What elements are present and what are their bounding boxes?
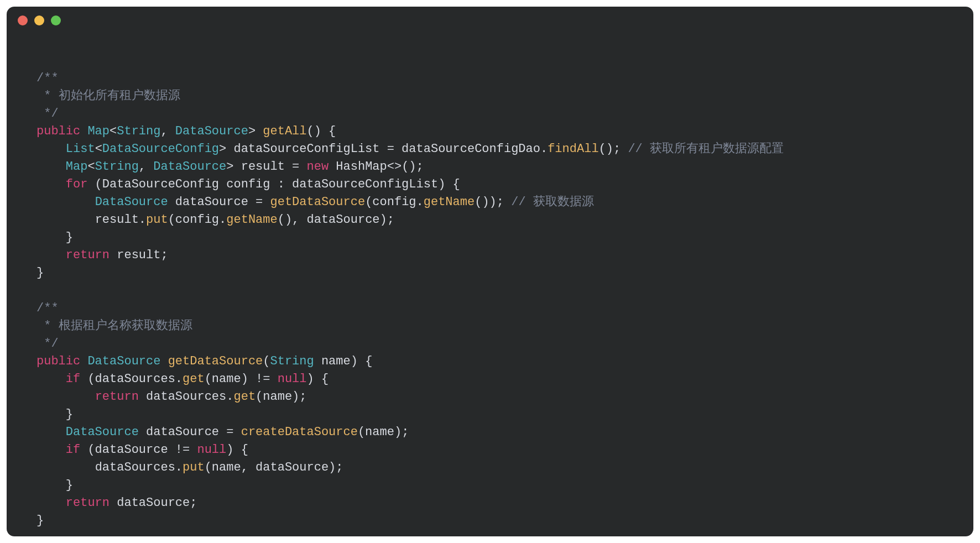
javadoc-line: */ (37, 337, 59, 351)
code-text: (name, dataSource); (205, 461, 343, 474)
punct: < (110, 124, 117, 138)
type-string: String (95, 160, 139, 174)
call-get: get (183, 372, 205, 386)
keyword-return: return (66, 248, 110, 262)
code-text: (); (599, 142, 628, 156)
type-dsc: DataSourceConfig (102, 142, 219, 156)
call-put: put (183, 461, 205, 474)
type-datasource: DataSource (175, 124, 248, 138)
code-text: dataSources. (139, 390, 234, 404)
call-getname: getName (424, 195, 475, 209)
code-text: (), dataSource); (278, 213, 394, 227)
method-name: getDataSource (168, 354, 263, 368)
code-text: ) { (226, 443, 248, 457)
javadoc-line: /** (37, 71, 59, 85)
punct: > (248, 124, 256, 138)
code-text: () { (307, 124, 336, 138)
call-createdatasource: createDataSource (241, 425, 358, 439)
method-name: getAll (263, 124, 306, 138)
keyword-public: public (37, 354, 80, 368)
brace-close: } (66, 408, 73, 421)
code-text: (config. (365, 195, 424, 209)
call-getdatasource: getDataSource (270, 195, 366, 209)
code-text: dataSourceConfigList = dataSourceConfigD… (226, 142, 548, 156)
keyword-if: if (66, 372, 80, 386)
code-text: (name); (358, 425, 409, 439)
inline-comment: // 获取所有租户数据源配置 (628, 142, 784, 156)
type-list: List (66, 142, 95, 156)
brace-close: } (66, 478, 73, 492)
code-text: HashMap<>(); (329, 160, 424, 174)
type-string: String (117, 124, 160, 138)
code-text: (DataSourceConfig config : dataSourceCon… (87, 177, 460, 191)
punct: < (95, 142, 102, 156)
keyword-return: return (66, 496, 110, 510)
code-text: ()); (475, 195, 511, 209)
type-map: Map (87, 124, 110, 138)
keyword-for: for (66, 177, 88, 191)
maximize-icon[interactable] (51, 15, 61, 25)
punct: < (87, 160, 95, 174)
call-getname: getName (226, 213, 277, 227)
call-findall: findAll (548, 142, 598, 156)
inline-comment: // 获取数据源 (511, 195, 594, 209)
code-text: result; (110, 248, 168, 262)
keyword-null: null (197, 443, 226, 457)
javadoc-line: * 初始化所有租户数据源 (37, 89, 180, 103)
keyword-null: null (278, 372, 307, 386)
code-text: dataSource = (139, 425, 241, 439)
code-editor[interactable]: /** * 初始化所有租户数据源 */ public Map<String, D… (7, 30, 973, 536)
punct: , (160, 124, 175, 138)
code-text: (name); (256, 390, 306, 404)
brace-close: } (37, 514, 44, 528)
close-icon[interactable] (18, 15, 28, 25)
type-datasource: DataSource (87, 354, 160, 368)
code-text: dataSource; (110, 496, 197, 510)
type-datasource: DataSource (95, 195, 168, 209)
keyword-return: return (95, 390, 139, 404)
punct: ( (263, 354, 270, 368)
punct: > (226, 160, 233, 174)
brace-close: } (66, 231, 73, 244)
punct: > (219, 142, 226, 156)
type-datasource: DataSource (66, 425, 139, 439)
minimize-icon[interactable] (34, 15, 44, 25)
javadoc-line: * 根据租户名称获取数据源 (37, 319, 192, 333)
code-text: dataSources. (95, 461, 183, 474)
code-text: ) { (307, 372, 329, 386)
punct: , (139, 160, 153, 174)
code-text: (name) != (205, 372, 278, 386)
brace-close: } (37, 266, 44, 280)
code-window: /** * 初始化所有租户数据源 */ public Map<String, D… (7, 7, 973, 536)
code-text: dataSource = (168, 195, 270, 209)
call-get: get (233, 390, 256, 404)
javadoc-line: */ (37, 107, 59, 121)
type-string: String (270, 354, 314, 368)
keyword-public: public (37, 124, 80, 138)
keyword-if: if (66, 443, 80, 457)
javadoc-line: /** (37, 301, 59, 315)
code-text: (dataSources. (80, 372, 183, 386)
code-text: (config. (168, 213, 227, 227)
code-text: result. (95, 213, 146, 227)
code-text: result = (233, 160, 306, 174)
keyword-new: new (307, 160, 329, 174)
type-datasource: DataSource (153, 160, 226, 174)
call-put: put (146, 213, 168, 227)
code-text: (dataSource != (80, 443, 197, 457)
code-text: name) { (314, 354, 373, 368)
window-titlebar (7, 7, 973, 30)
type-map: Map (66, 160, 88, 174)
